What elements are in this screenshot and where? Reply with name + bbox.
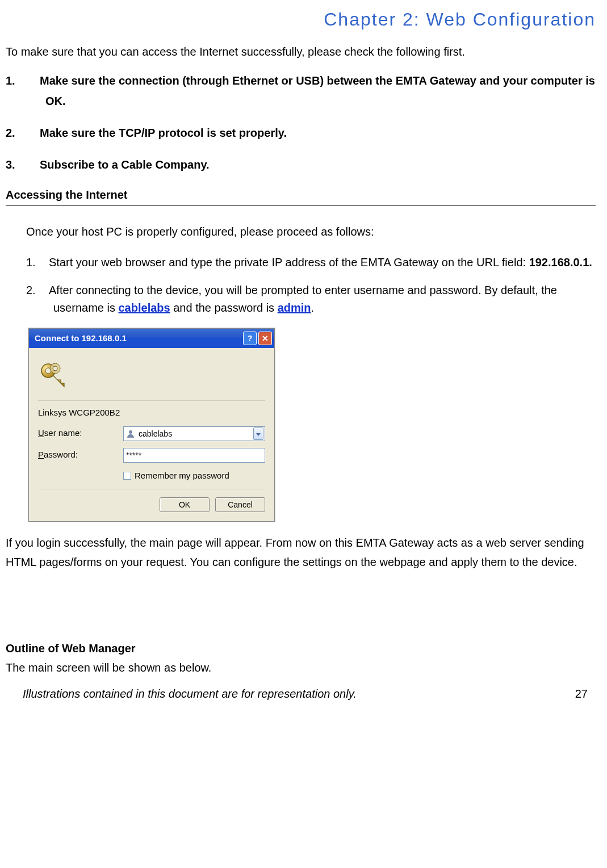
list-number: 2. bbox=[6, 123, 40, 143]
username-dropdown-button[interactable] bbox=[253, 427, 263, 440]
username-label: User name: bbox=[38, 427, 118, 440]
list-item: 2.After connecting to the device, you wi… bbox=[26, 282, 596, 317]
list-number: 1. bbox=[26, 254, 49, 271]
step-text: and the password is bbox=[170, 301, 278, 314]
help-icon: ? bbox=[248, 333, 253, 345]
list-text: Make sure the connection (through Ethern… bbox=[40, 74, 595, 107]
steps-list: 1.Start your web browser and type the pr… bbox=[6, 254, 596, 317]
help-button[interactable]: ? bbox=[243, 332, 257, 345]
page-number: 27 bbox=[575, 685, 588, 702]
list-number: 1. bbox=[6, 70, 40, 91]
password-input[interactable] bbox=[126, 451, 262, 460]
section-heading-accessing-internet: Accessing the Internet bbox=[6, 186, 596, 206]
close-icon: ✕ bbox=[262, 333, 269, 345]
close-button[interactable]: ✕ bbox=[258, 332, 272, 345]
username-combo[interactable] bbox=[123, 426, 265, 441]
chapter-title: Chapter 2: Web Configuration bbox=[6, 6, 596, 33]
chevron-down-icon bbox=[256, 427, 261, 439]
list-text: Subscribe to a Cable Company. bbox=[40, 158, 210, 171]
device-name-label: Linksys WCGP200B2 bbox=[38, 400, 265, 420]
list-item: 2.Make sure the TCP/IP protocol is set p… bbox=[6, 123, 596, 143]
list-item: 1.Make sure the connection (through Ethe… bbox=[6, 70, 596, 111]
outline-heading: Outline of Web Manager bbox=[6, 640, 596, 657]
password-label: Password: bbox=[38, 448, 118, 462]
username-input[interactable] bbox=[139, 429, 250, 438]
ok-button[interactable]: OK bbox=[160, 497, 210, 512]
page-footer: Illustrations contained in this document… bbox=[6, 685, 596, 702]
password-field-wrap[interactable] bbox=[123, 448, 265, 463]
intro-paragraph: To make sure that you can access the Int… bbox=[6, 43, 596, 60]
user-icon bbox=[126, 429, 135, 438]
list-number: 2. bbox=[26, 282, 49, 299]
dialog-title: Connect to 192.168.0.1 bbox=[35, 332, 127, 345]
outline-subtext: The main screen will be shown as below. bbox=[6, 659, 596, 676]
footer-note: Illustrations contained in this document… bbox=[23, 685, 357, 702]
default-password: admin bbox=[278, 301, 311, 314]
svg-point-3 bbox=[53, 366, 57, 371]
svg-point-4 bbox=[129, 430, 132, 434]
auth-dialog-screenshot: Connect to 192.168.0.1 ? ✕ bbox=[28, 328, 275, 522]
ip-address: 192.168.0.1. bbox=[529, 256, 592, 269]
list-item: 1.Start your web browser and type the pr… bbox=[26, 254, 596, 271]
remember-checkbox[interactable] bbox=[123, 472, 131, 480]
post-login-paragraph: If you login successfully, the main page… bbox=[6, 533, 596, 572]
remember-label: Remember my password bbox=[135, 469, 229, 483]
cancel-button[interactable]: Cancel bbox=[215, 497, 265, 512]
list-number: 3. bbox=[6, 154, 40, 175]
section-intro: Once your host PC is properly configured… bbox=[6, 223, 596, 240]
step-text: . bbox=[311, 301, 315, 314]
dialog-titlebar: Connect to 192.168.0.1 ? ✕ bbox=[29, 329, 274, 348]
keys-icon bbox=[38, 360, 69, 391]
default-username: cablelabs bbox=[119, 301, 170, 314]
prerequisite-list: 1.Make sure the connection (through Ethe… bbox=[6, 70, 596, 175]
list-item: 3.Subscribe to a Cable Company. bbox=[6, 154, 596, 175]
step-text: Start your web browser and type the priv… bbox=[49, 256, 529, 269]
list-text: Make sure the TCP/IP protocol is set pro… bbox=[40, 127, 287, 139]
